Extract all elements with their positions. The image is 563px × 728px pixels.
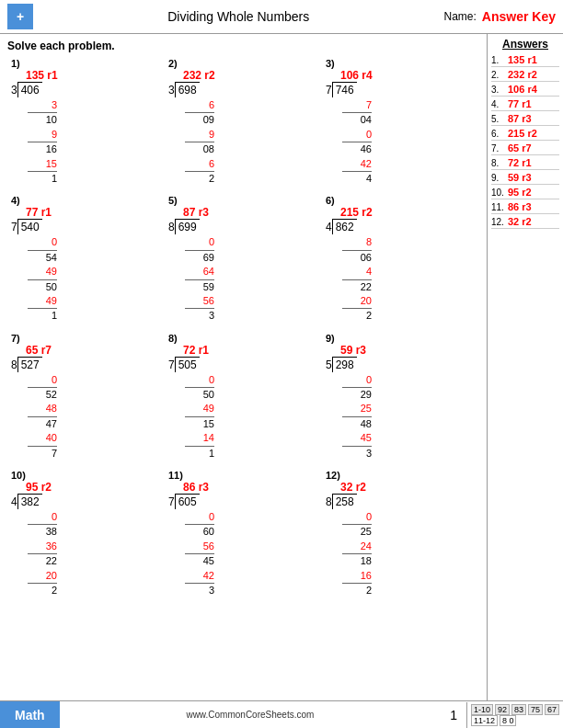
problem-block: 8)72 r175050504915141 xyxy=(165,331,322,462)
work-row: 50 xyxy=(28,280,57,294)
work-row: 0 xyxy=(185,510,214,525)
divisor: 7 xyxy=(168,357,175,371)
work-row: 20 xyxy=(342,294,372,309)
problem-number: 7) xyxy=(11,333,161,344)
answer-value: 32 r2 xyxy=(508,216,532,227)
footer-math-label: Math xyxy=(0,701,60,728)
division-setup: 3698 xyxy=(168,82,318,97)
work-row: 15 xyxy=(185,417,214,431)
work-row: 0 xyxy=(342,373,372,388)
problem-answer: 59 r3 xyxy=(340,344,476,357)
work-row: 64 xyxy=(185,265,214,279)
dividend: 698 xyxy=(175,82,200,97)
problem-number: 1) xyxy=(11,58,161,69)
work-row: 60 xyxy=(185,525,214,539)
instruction: Solve each problem. xyxy=(7,40,479,52)
work-area: 0605645423 xyxy=(185,510,318,597)
work-row: 3 xyxy=(342,447,372,461)
work-row: 1 xyxy=(28,172,57,186)
header: + Dividing Whole Numbers Name: Answer Ke… xyxy=(0,0,563,34)
division-setup: 7605 xyxy=(168,494,318,509)
divisor: 8 xyxy=(11,357,17,371)
work-row: 22 xyxy=(28,554,57,568)
problem-number: 4) xyxy=(11,195,161,206)
work-row: 0 xyxy=(342,128,372,142)
footer: Math www.CommonCoreSheets.com 1 1-10 92 … xyxy=(0,700,563,728)
answer-item: 12.32 r2 xyxy=(491,216,559,229)
work-row: 18 xyxy=(342,554,372,568)
work-row: 49 xyxy=(28,265,57,279)
problem-block: 7)65 r785270524847407 xyxy=(7,331,165,462)
answer-number: 1. xyxy=(491,55,508,65)
answer-item: 4.77 r1 xyxy=(491,98,559,111)
division-setup: 5298 xyxy=(326,357,476,372)
work-row: 09 xyxy=(185,113,214,127)
problem-block: 11)86 r376050605645423 xyxy=(165,468,322,599)
work-row: 49 xyxy=(28,294,57,309)
work-row: 25 xyxy=(342,402,372,416)
work-row: 4 xyxy=(342,172,372,186)
footer-page: 1 xyxy=(441,708,466,722)
division-setup: 8527 xyxy=(11,357,161,372)
divisor: 7 xyxy=(168,494,175,508)
work-area: 806422202 xyxy=(342,235,476,323)
dividend: 862 xyxy=(332,219,357,234)
problem-block: 9)59 r352980292548453 xyxy=(322,331,479,462)
work-area: 0544950491 xyxy=(28,235,161,323)
work-row: 48 xyxy=(28,402,57,416)
divisor: 8 xyxy=(168,219,175,233)
answer-number: 11. xyxy=(491,202,508,212)
answer-number: 9. xyxy=(491,173,508,183)
divisor: 3 xyxy=(168,82,175,97)
work-row: 38 xyxy=(28,525,57,539)
dividend: 527 xyxy=(17,357,42,372)
work-row: 6 xyxy=(185,98,214,113)
work-row: 14 xyxy=(185,431,214,446)
work-row: 4 xyxy=(342,265,372,279)
dividend: 746 xyxy=(332,82,357,97)
work-row: 0 xyxy=(28,235,57,250)
work-row: 24 xyxy=(342,540,372,554)
answer-value: 95 r2 xyxy=(508,187,532,198)
work-row: 56 xyxy=(185,294,214,309)
work-row: 15 xyxy=(28,157,57,172)
division-setup: 8699 xyxy=(168,219,318,234)
answer-value: 232 r2 xyxy=(508,69,537,80)
work-row: 46 xyxy=(342,142,372,156)
problem-answer: 65 r7 xyxy=(26,344,161,357)
answer-number: 12. xyxy=(491,217,508,227)
answer-item: 3.106 r4 xyxy=(491,84,559,97)
answers-list: 1.135 r12.232 r23.106 r44.77 r15.87 r36.… xyxy=(491,54,559,229)
work-row: 45 xyxy=(342,431,372,446)
work-row: 49 xyxy=(185,402,214,416)
work-row: 1 xyxy=(185,447,214,461)
work-row: 50 xyxy=(185,388,214,402)
footer-scores: 1-10 92 83 75 67 11-12 8 0 xyxy=(466,702,563,728)
problem-block: 1)135 r13406310916151 xyxy=(7,56,165,188)
problem-block: 3)106 r47746704046424 xyxy=(322,56,479,188)
work-area: 0383622202 xyxy=(28,510,161,597)
problem-number: 12) xyxy=(326,470,476,481)
problem-answer: 135 r1 xyxy=(26,69,161,82)
work-row: 54 xyxy=(28,251,57,265)
score-cell: 67 xyxy=(545,704,559,715)
answer-number: 8. xyxy=(491,158,508,168)
problem-block: 4)77 r175400544950491 xyxy=(7,193,165,324)
answer-item: 11.86 r3 xyxy=(491,201,559,214)
work-row: 29 xyxy=(342,388,372,402)
problem-number: 11) xyxy=(168,470,318,481)
answer-item: 2.232 r2 xyxy=(491,69,559,82)
work-row: 3 xyxy=(185,584,214,597)
work-row: 04 xyxy=(342,113,372,127)
work-row: 7 xyxy=(342,98,372,113)
score-cell: 8 0 xyxy=(500,715,517,726)
work-row: 22 xyxy=(342,280,372,294)
work-row: 36 xyxy=(28,540,57,554)
problem-number: 5) xyxy=(168,195,318,206)
problem-answer: 87 r3 xyxy=(183,206,318,219)
problem-block: 2)232 r2369860990862 xyxy=(165,56,322,188)
score-row-1: 1-10 92 83 75 67 xyxy=(471,704,559,715)
work-row: 1 xyxy=(28,309,57,323)
work-row: 0 xyxy=(28,373,57,388)
main-content: Solve each problem. 1)135 r1340631091615… xyxy=(0,34,563,701)
